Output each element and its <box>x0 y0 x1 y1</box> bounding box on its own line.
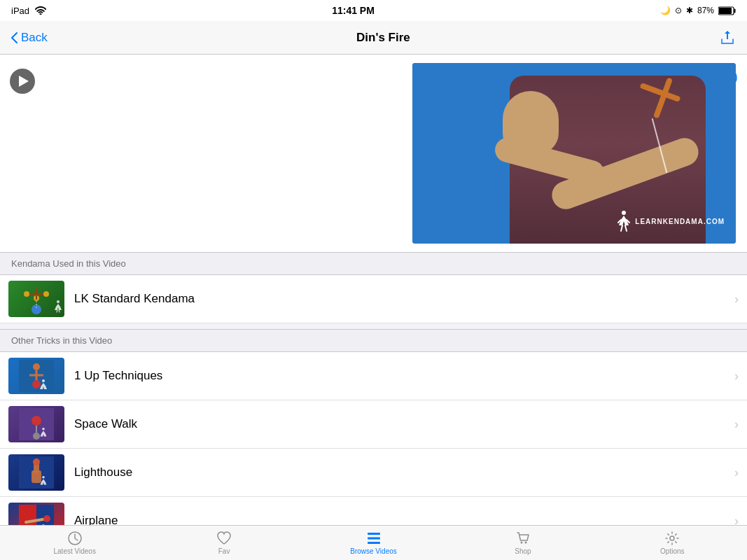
video-preview: LEARNKENDAMA.COM <box>412 63 736 244</box>
trick-chevron-0: › <box>734 369 739 384</box>
tab-browse-videos[interactable]: Browse Videos <box>299 528 448 558</box>
status-right: 🌙 ⊙ ✱ 87% <box>660 6 736 15</box>
status-time: 11:41 PM <box>332 5 375 16</box>
trick-chevron-3: › <box>734 514 739 526</box>
options-icon <box>664 531 680 546</box>
battery-percent: 87% <box>697 6 714 15</box>
video-thumbnail-wrapper: LEARNKENDAMA.COM <box>11 63 736 244</box>
kendama-chevron-icon: › <box>734 292 739 307</box>
svg-point-22 <box>42 428 45 430</box>
watermark-figure-icon <box>615 210 632 232</box>
share-icon[interactable] <box>719 29 736 46</box>
tricks-section-header: Other Tricks in this Video <box>0 329 747 352</box>
svg-point-38 <box>524 542 526 544</box>
latest-videos-icon <box>67 531 83 546</box>
kendama-section-header: Kendama Used in this Video <box>0 252 747 275</box>
screen-rotation-icon: ⊙ <box>675 6 682 15</box>
kendama-thumb <box>8 281 64 317</box>
main-content: ♡ <box>0 55 747 525</box>
svg-rect-29 <box>36 505 54 525</box>
status-bar: iPad 11:41 PM 🌙 ⊙ ✱ 87% <box>0 0 747 21</box>
trick-2-thumb-icon <box>19 456 54 489</box>
kendama-thumb-logo <box>53 300 63 313</box>
svg-point-11 <box>57 300 60 303</box>
back-button[interactable]: Back <box>11 31 48 45</box>
trick-thumb-3 <box>8 503 64 525</box>
nav-bar: Back Din's Fire <box>0 21 747 55</box>
browse-videos-icon <box>366 531 382 546</box>
svg-point-17 <box>42 379 45 382</box>
trick-3-thumb-icon <box>19 505 54 525</box>
shop-label: Shop <box>515 547 531 555</box>
fav-icon <box>216 531 232 546</box>
wifi-icon <box>35 6 46 15</box>
battery-icon <box>718 6 736 15</box>
svg-point-16 <box>32 380 41 388</box>
trick-name-3: Airplane <box>74 514 734 525</box>
kendama-thumbnail-icon <box>22 283 50 315</box>
svg-rect-34 <box>368 533 380 535</box>
svg-point-4 <box>622 211 626 215</box>
trick-chevron-1: › <box>734 417 739 432</box>
trick-list-item-3[interactable]: Airplane › <box>0 497 747 525</box>
svg-rect-36 <box>368 542 380 544</box>
trick-1-thumb-icon <box>19 408 54 440</box>
status-left: iPad <box>11 6 46 16</box>
kendama-name: LK Standard Kendama <box>74 292 734 306</box>
svg-point-10 <box>43 291 49 297</box>
video-section: ♡ <box>0 55 747 252</box>
svg-point-13 <box>33 363 40 370</box>
trick-thumb-0 <box>8 358 64 394</box>
play-button[interactable] <box>10 69 35 94</box>
tab-fav[interactable]: Fav <box>149 528 298 558</box>
svg-rect-35 <box>368 538 380 540</box>
trick-thumb-1 <box>8 406 64 442</box>
latest-videos-label: Latest Videos <box>53 547 95 555</box>
page-title: Din's Fire <box>356 31 410 45</box>
svg-point-19 <box>32 416 41 426</box>
trick-list-item-0[interactable]: 1 Up Techniques › <box>0 352 747 400</box>
svg-point-39 <box>670 536 674 540</box>
trick-name-1: Space Walk <box>74 417 734 431</box>
watermark-text: LEARNKENDAMA.COM <box>635 218 725 225</box>
options-label: Options <box>660 547 684 555</box>
svg-point-9 <box>24 291 29 297</box>
svg-rect-1 <box>734 8 735 13</box>
fav-label: Fav <box>218 547 230 555</box>
svg-point-26 <box>33 458 40 465</box>
svg-point-27 <box>42 476 45 479</box>
ipad-label: iPad <box>11 6 29 16</box>
trick-list-item-1[interactable]: Space Walk › <box>0 400 747 449</box>
tab-latest-videos[interactable]: Latest Videos <box>0 528 149 558</box>
bluetooth-icon: ✱ <box>686 6 693 15</box>
trick-name-2: Lighthouse <box>74 465 734 479</box>
tab-bar: Latest Videos Fav Browse Videos Shop Opt… <box>0 525 747 560</box>
shop-icon <box>515 531 531 546</box>
moon-icon: 🌙 <box>660 6 671 15</box>
kendama-list-item[interactable]: LK Standard Kendama › <box>0 275 747 323</box>
back-chevron-icon <box>11 32 18 43</box>
svg-rect-2 <box>719 8 732 14</box>
svg-point-37 <box>520 542 522 544</box>
trick-list-item-2[interactable]: Lighthouse › <box>0 449 747 497</box>
svg-point-31 <box>43 515 50 522</box>
trick-thumb-2 <box>8 454 64 491</box>
svg-point-21 <box>33 433 40 440</box>
nav-actions <box>719 29 736 46</box>
tab-shop[interactable]: Shop <box>448 528 597 558</box>
trick-0-thumb-icon <box>19 360 54 392</box>
tab-options[interactable]: Options <box>598 528 747 558</box>
video-thumbnail[interactable]: LEARNKENDAMA.COM <box>412 63 736 244</box>
trick-name-0: 1 Up Techniques <box>74 369 734 383</box>
trick-chevron-2: › <box>734 465 739 480</box>
browse-videos-label: Browse Videos <box>350 547 397 555</box>
video-watermark: LEARNKENDAMA.COM <box>615 210 725 232</box>
